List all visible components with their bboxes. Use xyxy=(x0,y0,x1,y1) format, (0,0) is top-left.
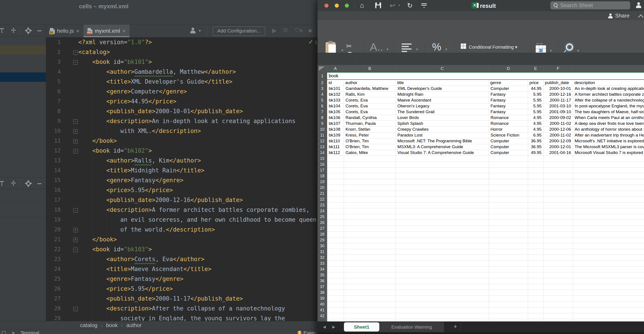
row-header-37[interactable]: 37 xyxy=(318,284,327,290)
code-line[interactable]: </book> xyxy=(78,234,117,244)
column-header-E[interactable]: E xyxy=(528,65,543,72)
fold-marker[interactable]: − xyxy=(73,208,78,213)
line-number[interactable]: 3 xyxy=(46,57,61,67)
editing-icon[interactable] xyxy=(565,44,572,50)
editor-tab-hello-js[interactable]: JShello.js× xyxy=(46,25,84,37)
chevron-down-icon[interactable]: ▼ xyxy=(198,29,202,33)
code-line[interactable]: <author>Corets, Eva</author> xyxy=(78,254,204,264)
editor-tab-myxml-xml[interactable]: <>myxml.xml× xyxy=(84,25,130,37)
grid-cell[interactable]: Paradox Lost xyxy=(396,132,488,138)
grid-cell-header-price[interactable]: price xyxy=(530,80,543,86)
line-number[interactable]: 12 xyxy=(46,146,61,155)
row-header-1[interactable]: 1 xyxy=(318,72,327,80)
row-header-41[interactable]: 41 xyxy=(318,307,327,313)
row-header-23[interactable]: 23 xyxy=(318,202,327,208)
line-number[interactable]: 6 xyxy=(46,87,61,96)
grid-cell[interactable]: bk103 xyxy=(327,97,344,103)
code-line[interactable]: <book id="bk102"> xyxy=(78,146,152,155)
code-line[interactable]: <price>5.95</price> xyxy=(78,185,173,195)
line-number[interactable]: 13 xyxy=(46,155,61,165)
grid-cell[interactable]: Fantasy xyxy=(489,91,528,97)
grid-cell[interactable]: Microsoft Visual Studio 7 is explored in… xyxy=(573,150,644,155)
row-header-40[interactable]: 40 xyxy=(318,301,327,307)
row-header-7[interactable]: 7 xyxy=(318,109,327,115)
breadcrumb-item-book[interactable]: book xyxy=(106,322,118,328)
row-header-21[interactable]: 21 xyxy=(318,191,327,196)
grid-cell[interactable]: 5.95 xyxy=(528,91,543,97)
row-header-15[interactable]: 15 xyxy=(318,155,327,161)
line-number[interactable]: 28 xyxy=(46,303,61,313)
row-header-38[interactable]: 38 xyxy=(318,290,327,295)
row-header-3[interactable]: 3 xyxy=(318,86,327,91)
grid-cell[interactable]: bk110 xyxy=(327,138,344,144)
grid-cell[interactable]: O'Brien, Tim xyxy=(344,138,396,144)
coverage-icon[interactable]: 🛡▸ xyxy=(295,27,303,33)
undo-dropdown-icon[interactable]: ▼ xyxy=(398,4,400,7)
code-line[interactable]: <genre>Computer</genre> xyxy=(78,87,187,96)
run-icon[interactable]: ▶ xyxy=(272,27,276,34)
grid-cell[interactable]: Corets, Eva xyxy=(344,103,396,109)
grid-cell[interactable]: Microsoft .NET: The Programming Bible xyxy=(396,138,488,144)
grid-cell[interactable]: Galos, Mike xyxy=(344,150,396,155)
line-number[interactable]: 7 xyxy=(46,96,61,106)
row-header-28[interactable]: 28 xyxy=(318,231,327,237)
line-number[interactable]: 16 xyxy=(46,185,61,195)
line-number[interactable]: 5 xyxy=(46,77,61,87)
code-line[interactable]: <title>Maeve Ascendant</title> xyxy=(78,264,212,274)
grid-cell[interactable]: 2000-12-09 xyxy=(544,138,572,144)
grid-cell[interactable]: 6.95 xyxy=(528,132,543,138)
grid-cell[interactable]: 36.95 xyxy=(528,138,543,144)
prev-sheet-icon[interactable]: ◀ xyxy=(323,324,326,329)
grid-cell[interactable]: Science Fiction xyxy=(489,132,528,138)
fold-marker[interactable]: − xyxy=(73,60,78,65)
grid-cell[interactable]: The Microsoft MSXML3 parser is covered i… xyxy=(573,144,644,150)
grid-cell[interactable]: 5.95 xyxy=(528,109,543,115)
column-header-F[interactable]: F xyxy=(543,65,573,72)
grid-cell[interactable]: Fantasy xyxy=(489,103,528,109)
line-number[interactable]: 17 xyxy=(46,195,61,205)
grid-cell-header-author[interactable]: author xyxy=(345,80,395,86)
check-icon[interactable]: ✓ xyxy=(308,39,313,46)
grid-cell[interactable]: Corets, Eva xyxy=(344,97,396,103)
grid-cell[interactable]: bk102 xyxy=(327,91,344,97)
code-line[interactable]: an evil sorceress, and her own childhood… xyxy=(78,215,316,225)
line-number[interactable]: 11 xyxy=(46,136,61,146)
close-icon[interactable]: × xyxy=(76,28,80,34)
grid-cell[interactable]: Lover Birds xyxy=(396,115,488,121)
grid-cell[interactable]: bk107 xyxy=(327,121,344,126)
breadcrumb-item-author[interactable]: author xyxy=(126,322,142,328)
grid-cell[interactable]: 2000-12-01 xyxy=(544,144,572,150)
grid-cell[interactable]: In post-apocalypse England, the mysterio… xyxy=(573,103,644,109)
row-header-24[interactable]: 24 xyxy=(318,208,327,214)
grid-cell-header-description[interactable]: description xyxy=(574,80,643,86)
code-line[interactable]: <genre>Fantasy</genre> xyxy=(78,274,184,284)
row-header-26[interactable]: 26 xyxy=(318,220,327,226)
fold-marker[interactable]: ˄ xyxy=(73,129,78,134)
cut-icon[interactable]: ✂ xyxy=(346,42,352,50)
line-number[interactable]: 23 xyxy=(46,254,61,264)
fold-marker[interactable]: − xyxy=(73,307,78,311)
undo-icon[interactable]: ↩ xyxy=(390,2,395,10)
line-number[interactable]: 2 xyxy=(46,47,61,57)
code-line[interactable]: of the world.</description> xyxy=(78,225,215,234)
grid-cell[interactable]: Romance xyxy=(489,121,528,126)
editing-dropdown-icon[interactable]: ▼ xyxy=(577,49,580,53)
row-header-32[interactable]: 32 xyxy=(318,255,327,260)
sheet-tab-evaluation-warning[interactable]: Evaluation Warning xyxy=(379,322,444,332)
row-header-30[interactable]: 30 xyxy=(318,243,327,249)
grid-cell[interactable]: Computer xyxy=(489,150,528,155)
row-header-34[interactable]: 34 xyxy=(318,266,327,272)
row-header-22[interactable]: 22 xyxy=(318,196,327,202)
grid-cell[interactable]: Computer xyxy=(489,144,528,150)
collapse-all-icon[interactable]: ▼▲ xyxy=(11,28,16,33)
breadcrumb-item-catalog[interactable]: catalog xyxy=(80,322,97,328)
grid-cell[interactable]: Microsoft's .NET initiative is explored … xyxy=(573,138,644,144)
line-number[interactable]: 10 xyxy=(46,126,61,136)
hide-icon[interactable] xyxy=(37,183,42,184)
gear-icon[interactable] xyxy=(26,181,31,186)
conditional-formatting-button[interactable]: Conditional Formatting ▾ xyxy=(469,44,517,50)
grid-cell[interactable]: The Sundered Grail xyxy=(396,109,488,115)
tree-row-highlighted[interactable] xyxy=(0,46,46,55)
grid-cell[interactable]: Creepy Crawlies xyxy=(396,126,488,132)
fold-marker[interactable]: − xyxy=(73,247,78,252)
